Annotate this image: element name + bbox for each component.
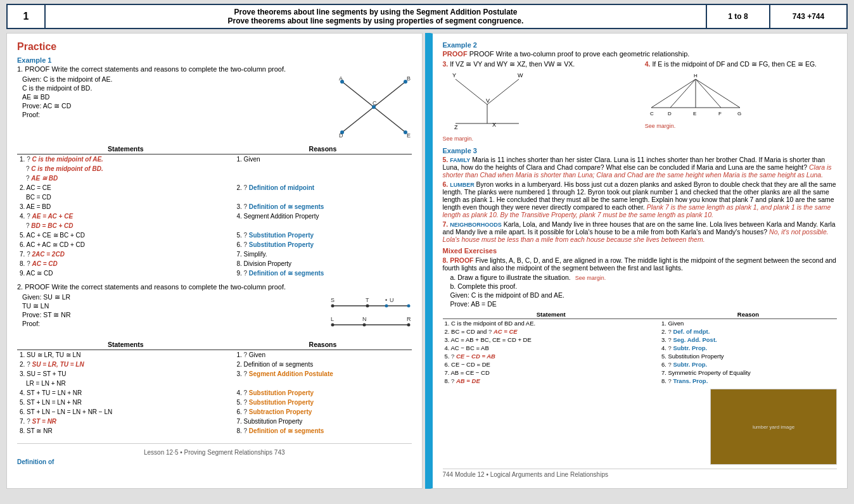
p8-num: 8. bbox=[443, 256, 449, 264]
svg-text:T: T bbox=[366, 297, 369, 303]
proof-table-2: Statements Reasons 1. SU ≅ LR, TU ≅ LN 1… bbox=[17, 339, 412, 436]
table-row: 6. CE − CD = DE 6. ? Subtr. Prop. bbox=[443, 360, 838, 369]
svg-text:L: L bbox=[331, 316, 334, 322]
diagram1: A B C D E bbox=[336, 75, 412, 140]
teal-divider bbox=[425, 33, 430, 489]
header-number: 1 bbox=[8, 5, 46, 28]
p5-num: 5. bbox=[443, 156, 449, 163]
svg-text:H: H bbox=[694, 73, 698, 79]
problem2-section: 2. PROOF Write the correct statements an… bbox=[17, 283, 412, 436]
table-row: 5. ? CE − CD = AB 5. Substitution Proper… bbox=[443, 352, 838, 360]
stmt-header-8: Statement bbox=[443, 310, 660, 319]
diagram3: Y W V Z X bbox=[443, 70, 532, 133]
header-objectives: Prove theorems about line segments by us… bbox=[46, 5, 707, 28]
p7-num: 7. bbox=[443, 220, 449, 228]
p8-prove: Prove: AB = DE bbox=[450, 300, 497, 308]
left-page: Practice Example 1 1. PROOF Write the co… bbox=[6, 33, 423, 489]
svg-text:W: W bbox=[518, 72, 523, 79]
proof-keyword: PROOF bbox=[443, 50, 468, 58]
p5-text: Maria is 11 inches shorter than her sist… bbox=[443, 156, 825, 171]
svg-text:D: D bbox=[668, 111, 672, 117]
bottom-image: lumber yard image bbox=[710, 389, 837, 465]
problems-3-4: 3. If VZ ≅ VY and WY ≅ XZ, then VW ≅ VX.… bbox=[443, 60, 838, 142]
p8-cat: PROOF bbox=[450, 256, 473, 264]
svg-text:G: G bbox=[737, 111, 741, 117]
right-page: Example 2 PROOF PROOF Write a two-column… bbox=[430, 33, 848, 489]
problem1-intro: 1. PROOF Write the correct statements an… bbox=[17, 65, 286, 73]
table-row: 5. AC + CE ≅ BC + CD 5. ? Substitution P… bbox=[17, 230, 412, 240]
svg-line-29 bbox=[487, 79, 519, 104]
problem4-body: If E is the midpoint of DF and CD ≅ FG, … bbox=[652, 60, 817, 68]
svg-line-41 bbox=[696, 79, 721, 108]
table-row: 7. ? ST = NR 7. Substitution Property bbox=[17, 417, 412, 426]
svg-text:U: U bbox=[390, 297, 394, 303]
svg-text:C: C bbox=[373, 100, 377, 106]
proof-table-1: Statements Reasons 1. ? C is the midpoin… bbox=[17, 144, 412, 278]
content-area: Practice Example 1 1. PROOF Write the co… bbox=[6, 33, 848, 489]
example2-intro: PROOF PROOF Write a two-column proof to … bbox=[443, 50, 838, 58]
stmt-header-1: Statements bbox=[17, 144, 234, 154]
problem3-num: 3. bbox=[443, 60, 449, 68]
p8-text: Five lights, A, B, C, D, and E, are alig… bbox=[443, 256, 836, 272]
header-pages: 743 +744 bbox=[770, 5, 846, 28]
problem8-given: Given: C is the midpoint of BD and AE. bbox=[450, 291, 838, 299]
p8a-margin: See margin. bbox=[575, 275, 606, 281]
practice-title: Practice bbox=[17, 41, 412, 53]
problem5: 5. FAMILY Maria is 11 inches shorter tha… bbox=[443, 156, 838, 179]
header-bar: 1 Prove theorems about line segments by … bbox=[6, 4, 848, 29]
given3: AE ≅ BD bbox=[22, 93, 331, 101]
problem8a: a. Draw a figure to illustrate the situa… bbox=[450, 274, 838, 281]
table-row: BC = CD bbox=[17, 192, 412, 202]
given2: C is the midpoint of BD. bbox=[22, 84, 331, 92]
table-row: 1. ? C is the midpoint of AE. 1. Given bbox=[17, 154, 412, 165]
svg-text:F: F bbox=[718, 111, 722, 117]
right-footer: 744 Module 12 • Logical Arguments and Li… bbox=[443, 469, 838, 478]
rsn-header-1: Reasons bbox=[234, 144, 411, 154]
problem8b: b. Complete this proof. bbox=[450, 282, 838, 290]
svg-text:E: E bbox=[407, 132, 411, 139]
table-row: 6. AC + AC ≅ CD + CD 6. ? Substitution P… bbox=[17, 240, 412, 249]
prove1: Prove: AC ≅ CD bbox=[22, 102, 331, 110]
table-row: 1. SU ≅ LR, TU ≅ LN 1. ? Given bbox=[17, 350, 412, 360]
example2-intro-text: PROOF Write a two-column proof to prove … bbox=[469, 50, 690, 58]
p8a-text: a. Draw a figure to illustrate the situa… bbox=[450, 274, 571, 281]
svg-point-13 bbox=[331, 305, 334, 308]
p7-cat: NEIGHBORHOODS bbox=[450, 222, 502, 228]
left-footer: Lesson 12·5 • Proving Segment Relationsh… bbox=[17, 443, 412, 456]
svg-line-38 bbox=[651, 79, 696, 108]
proof-table-8: Statement Reason 1. C is the midpoint of… bbox=[443, 310, 838, 385]
given2-2: TU ≅ LN bbox=[22, 302, 324, 310]
svg-point-16 bbox=[407, 305, 410, 308]
bottom-section: lumber yard image bbox=[443, 389, 838, 465]
p6-cat: LUMBER bbox=[450, 182, 475, 188]
table-row: ? C is the midpoint of BD. bbox=[17, 164, 412, 173]
table-row: 8. ST ≅ NR 8. ? Definition of ≅ segments bbox=[17, 426, 412, 436]
problem6: 6. LUMBER Byron works in a lumberyard. H… bbox=[443, 180, 838, 218]
problem1-header: 1. PROOF Write the correct statements an… bbox=[17, 65, 412, 73]
svg-text:R: R bbox=[407, 316, 411, 322]
problem3-col: 3. If VZ ≅ VY and WY ≅ XZ, then VW ≅ VX.… bbox=[443, 60, 635, 142]
table-row: 3. AC = AB + BC, CE = CD + DE 3. ? Seg. … bbox=[443, 336, 838, 344]
example2-label: Example 2 bbox=[443, 41, 838, 49]
problem7: 7. NEIGHBORHOODS Karla, Lola, and Mandy … bbox=[443, 220, 838, 243]
rsn-header-8: Reason bbox=[660, 310, 837, 319]
example3-label: Example 3 bbox=[443, 147, 838, 154]
p8-given: Given: C is the midpoint of BD and AE. bbox=[450, 291, 564, 299]
header-line1: Prove theorems about line segments by us… bbox=[234, 8, 518, 16]
table-row: LR = LN + NR bbox=[17, 379, 412, 388]
svg-point-23 bbox=[362, 324, 366, 327]
table-row: ? BD = BC + CD bbox=[17, 221, 412, 230]
table-row: 2. AC = CE 2. ? Definition of midpoint bbox=[17, 183, 412, 192]
header-range: 1 to 8 bbox=[707, 5, 770, 28]
problem3-body: If VZ ≅ VY and WY ≅ XZ, then VW ≅ VX. bbox=[450, 60, 575, 68]
svg-text:Z: Z bbox=[454, 124, 458, 130]
svg-text:C: C bbox=[650, 111, 654, 117]
svg-line-39 bbox=[670, 79, 696, 108]
table-row: 8. ? AC = CD 8. Division Property bbox=[17, 259, 412, 268]
svg-text:Y: Y bbox=[452, 72, 456, 79]
problem2-intro: 2. PROOF Write the correct statements an… bbox=[17, 283, 286, 291]
svg-point-24 bbox=[407, 324, 410, 327]
table-row: ? AE ≅ BD bbox=[17, 173, 412, 183]
svg-text:A: A bbox=[339, 75, 343, 82]
example1-label: Example 1 bbox=[17, 56, 412, 64]
